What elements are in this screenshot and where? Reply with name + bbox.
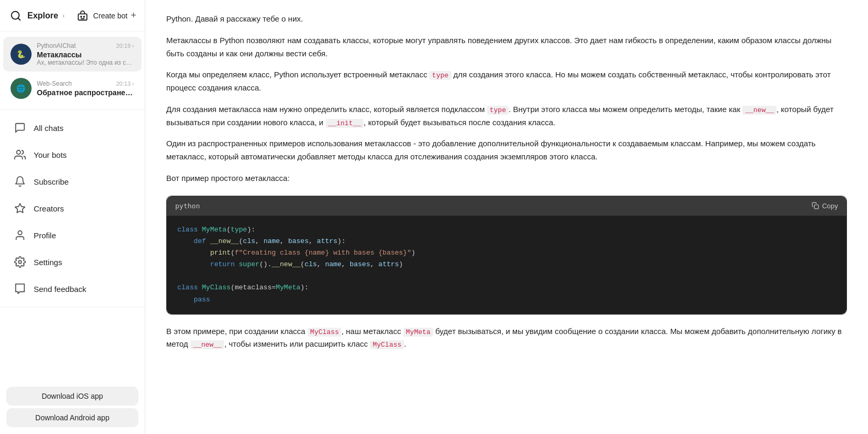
plus-icon: + xyxy=(130,10,136,21)
paragraph-5: Вот пример простого метакласса: xyxy=(166,172,847,185)
creators-icon xyxy=(14,202,26,215)
chat-list: 🐍 PythonAIChat 20:19 › Метаклассы Ах, ме… xyxy=(0,32,145,110)
svg-text:🌐: 🌐 xyxy=(16,84,26,93)
settings-icon xyxy=(14,256,26,268)
nav-items: All chats Your bots Subscribe xyxy=(0,110,145,307)
svg-point-10 xyxy=(17,150,21,154)
code-block-wrapper: python Copy class MyMeta(type): def __ne… xyxy=(166,196,847,315)
svg-point-13 xyxy=(18,260,22,264)
code-line-2: print(f"Creating class {name} with bases… xyxy=(177,247,836,259)
download-ios-button[interactable]: Download iOS app xyxy=(6,387,138,406)
chat-info-python: PythonAIChat 20:19 › Метаклассы Ах, мета… xyxy=(37,42,134,66)
chat-title-python: Метаклассы xyxy=(37,51,134,59)
your-bots-label: Your bots xyxy=(34,150,67,159)
code-line-0: class MyMeta(type): xyxy=(177,224,836,236)
chat-time-web: 20:13 › xyxy=(116,80,134,87)
code-line-5: class MyClass(metaclass=MyMeta): xyxy=(177,282,836,294)
download-android-button[interactable]: Download Android app xyxy=(6,408,138,427)
creators-label: Creators xyxy=(34,204,64,213)
svg-text:🐍: 🐍 xyxy=(16,49,26,59)
chat-bot-name-python: PythonAIChat xyxy=(37,42,76,49)
copy-label: Copy xyxy=(822,202,838,210)
sidebar-item-send-feedback[interactable]: Send feedback xyxy=(3,276,142,302)
bot-icon xyxy=(75,8,90,23)
code-line-3: return super().__new__(cls, name, bases,… xyxy=(177,259,836,270)
chat-info-web: Web-Search 20:13 › Обратное распростране… xyxy=(37,80,134,97)
your-bots-icon xyxy=(14,148,26,161)
paragraph-0: Python. Давай я расскажу тебе о них. xyxy=(166,13,847,26)
chat-title-web: Обратное распространение xyxy=(37,88,134,97)
paragraph-1: Метаклассы в Python позволяют нам создав… xyxy=(166,34,847,60)
chat-preview-python: Ах, метаклассы! Это одна из самых ... xyxy=(37,59,134,66)
code-block-header: python Copy xyxy=(167,196,846,216)
sidebar-item-settings[interactable]: Settings xyxy=(3,249,142,275)
create-bot-button[interactable]: Create bot + xyxy=(75,8,136,23)
feedback-icon xyxy=(14,282,26,295)
code-language: python xyxy=(175,200,200,211)
svg-point-12 xyxy=(18,231,22,235)
code-line-1: def __new__(cls, name, bases, attrs): xyxy=(177,236,836,247)
sidebar: Explore › Create bot + 🐍 xyxy=(0,0,145,434)
profile-icon xyxy=(14,229,26,241)
settings-label: Settings xyxy=(34,258,62,267)
main-content: Python. Давай я расскажу тебе о них. Мет… xyxy=(145,0,868,434)
code-line-6: pass xyxy=(177,294,836,306)
sidebar-item-your-bots[interactable]: Your bots xyxy=(3,142,142,168)
svg-rect-14 xyxy=(814,205,819,209)
bottom-section: Download iOS app Download Android app xyxy=(0,380,145,434)
subscribe-label: Subscribe xyxy=(34,177,69,186)
chat-item-web[interactable]: 🌐 Web-Search 20:13 › Обратное распростра… xyxy=(3,73,142,104)
paragraph-2: Когда мы определяем класс, Python исполь… xyxy=(166,68,847,95)
svg-line-1 xyxy=(18,18,20,20)
profile-label: Profile xyxy=(34,231,56,240)
copy-icon xyxy=(812,202,819,209)
explore-button[interactable]: Explore › xyxy=(8,8,65,23)
svg-marker-11 xyxy=(15,204,25,213)
search-icon xyxy=(8,8,23,23)
code-block-body: class MyMeta(type): def __new__(cls, nam… xyxy=(167,216,846,314)
sidebar-item-all-chats[interactable]: All chats xyxy=(3,115,142,141)
explore-label: Explore xyxy=(27,11,58,21)
subscribe-icon xyxy=(14,175,26,188)
create-bot-label: Create bot xyxy=(93,12,127,20)
sidebar-item-profile[interactable]: Profile xyxy=(3,222,142,248)
paragraph-4: Один из распространенных примеров исполь… xyxy=(166,137,847,164)
sidebar-item-subscribe[interactable]: Subscribe xyxy=(3,168,142,195)
paragraph-3: Для создания метакласса нам нужно опреде… xyxy=(166,103,847,129)
avatar-web: 🌐 xyxy=(11,78,32,99)
all-chats-label: All chats xyxy=(34,124,64,133)
send-feedback-label: Send feedback xyxy=(34,285,86,294)
svg-rect-2 xyxy=(78,14,87,20)
all-chats-icon xyxy=(14,122,26,134)
avatar-python: 🐍 xyxy=(11,44,32,65)
sidebar-header: Explore › Create bot + xyxy=(0,0,145,32)
chat-item-python[interactable]: 🐍 PythonAIChat 20:19 › Метаклассы Ах, ме… xyxy=(3,37,142,72)
copy-button[interactable]: Copy xyxy=(812,202,838,210)
chevron-right-icon: › xyxy=(63,12,65,19)
code-line-4 xyxy=(177,270,836,282)
chat-bot-name-web: Web-Search xyxy=(37,80,72,87)
svg-point-4 xyxy=(84,16,85,17)
svg-point-3 xyxy=(80,16,82,17)
sidebar-item-creators[interactable]: Creators xyxy=(3,195,142,221)
after-code-paragraph-0: В этом примере, при создании класса MyCl… xyxy=(166,325,847,351)
chat-time-python: 20:19 › xyxy=(116,43,134,49)
